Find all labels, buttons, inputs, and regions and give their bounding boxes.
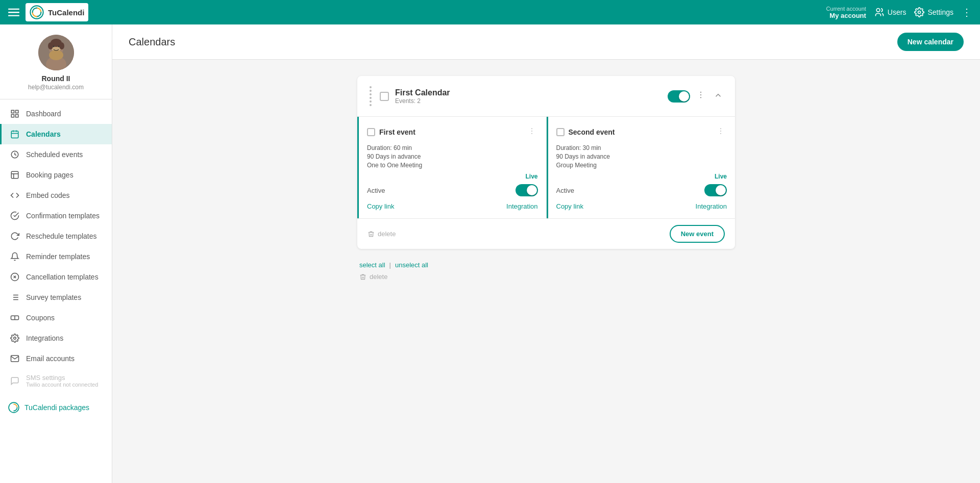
calendar-name: First Calendar — [395, 88, 450, 97]
event-0-toggle[interactable] — [516, 184, 538, 196]
calendar-delete-label: delete — [378, 230, 396, 238]
sidebar-item-embed-codes[interactable]: Embed codes — [0, 185, 112, 206]
svg-rect-25 — [11, 171, 18, 179]
svg-point-15 — [58, 46, 59, 47]
new-event-button[interactable]: New event — [670, 225, 725, 243]
sms-label: SMS settings — [26, 374, 98, 382]
event-0-live-badge: Live — [525, 173, 537, 180]
grid-icon — [10, 109, 20, 119]
sidebar-item-survey-templates[interactable]: Survey templates — [0, 287, 112, 308]
event-1-active-label: Active — [556, 187, 574, 194]
svg-point-10 — [49, 50, 63, 60]
sidebar-label-dashboard: Dashboard — [26, 110, 61, 118]
calendar-more-button[interactable] — [694, 88, 707, 104]
sidebar-label-reschedule-templates: Reschedule templates — [26, 232, 97, 240]
bell-icon — [10, 251, 20, 262]
sidebar-item-reschedule-templates[interactable]: Reschedule templates — [0, 226, 112, 246]
account-info: Current account My account — [826, 6, 866, 19]
sms-sublabel: Twilio account not connected — [26, 382, 98, 388]
event-0-advance: 90 Days in advance — [367, 153, 538, 160]
sidebar-item-dashboard[interactable]: Dashboard — [0, 104, 112, 124]
svg-rect-18 — [11, 115, 14, 117]
svg-point-4 — [876, 9, 880, 12]
users-button[interactable]: Users — [874, 7, 906, 17]
event-0-checkbox[interactable] — [367, 128, 375, 136]
event-1-integration-link[interactable]: Integration — [696, 202, 727, 210]
event-1-header: Second event — [556, 125, 727, 139]
settings-button[interactable]: Settings — [914, 7, 953, 17]
calendar-collapse-button[interactable] — [712, 89, 725, 104]
avatar — [38, 35, 74, 70]
svg-point-45 — [531, 133, 532, 134]
sidebar-item-cancellation-templates[interactable]: Cancellation templates — [0, 267, 112, 287]
separator: | — [389, 261, 391, 269]
drag-handle[interactable] — [368, 84, 374, 108]
sidebar-item-booking-pages[interactable]: Booking pages — [0, 165, 112, 185]
ticket-icon — [10, 313, 20, 323]
svg-point-47 — [720, 131, 721, 132]
select-all-link[interactable]: select all — [359, 261, 385, 269]
svg-rect-2 — [8, 15, 19, 16]
event-0-status: Live — [367, 173, 538, 180]
sidebar-item-reminder-templates[interactable]: Reminder templates — [0, 246, 112, 267]
mail-icon — [10, 353, 20, 364]
sidebar-item-tucalendi-packages[interactable]: TuCalendi packages — [0, 397, 112, 418]
calendar-delete-button[interactable]: delete — [368, 230, 396, 238]
event-0-duration: Duration: 60 min — [367, 144, 538, 151]
clock-icon — [10, 149, 20, 160]
sidebar-label-cancellation-templates: Cancellation templates — [26, 273, 99, 281]
svg-rect-1 — [8, 12, 19, 13]
sidebar-item-integrations[interactable]: Integrations — [0, 328, 112, 348]
event-1-toggle[interactable] — [704, 184, 727, 196]
sidebar-item-email-accounts[interactable]: Email accounts — [0, 348, 112, 369]
event-0-more-button[interactable] — [526, 125, 538, 139]
event-1-copy-link[interactable]: Copy link — [556, 202, 583, 210]
event-1-toggle-thumb — [716, 185, 726, 195]
profile-name: Round II — [42, 74, 70, 83]
sidebar-label-coupons: Coupons — [26, 314, 55, 322]
event-card-1: Second event Duration: 30 min 90 Days in… — [547, 117, 736, 218]
x-circle-icon — [10, 272, 20, 282]
event-1-live-badge: Live — [715, 173, 727, 180]
topbar-more-button[interactable]: ⋮ — [962, 6, 972, 18]
calendar-toggle[interactable] — [668, 90, 690, 103]
tucalendi-packages-icon — [8, 402, 19, 413]
code-icon — [10, 190, 20, 200]
event-0-header: First event — [367, 125, 538, 139]
event-1-duration: Duration: 30 min — [556, 144, 727, 151]
calendar-actions — [668, 88, 725, 104]
event-0-copy-link[interactable]: Copy link — [367, 202, 394, 210]
event-1-more-button[interactable] — [715, 125, 727, 139]
event-card-0: First event Duration: 60 min 90 Days in … — [357, 117, 547, 218]
menu-button[interactable] — [8, 7, 19, 18]
sidebar-nav: Dashboard Calendars Scheduled events — [0, 99, 112, 397]
sidebar-label-embed-codes: Embed codes — [26, 191, 70, 199]
sidebar-item-confirmation-templates[interactable]: Confirmation templates — [0, 206, 112, 226]
tucalendi-packages-label: TuCalendi packages — [24, 403, 89, 412]
unselect-all-link[interactable]: unselect all — [395, 261, 428, 269]
trash-bottom-icon — [359, 273, 366, 281]
topbar-right: Current account My account Users Setting… — [826, 6, 972, 19]
refresh-icon — [10, 231, 20, 241]
sidebar-label-scheduled-events: Scheduled events — [26, 150, 83, 159]
sidebar-item-calendars[interactable]: Calendars — [0, 124, 112, 144]
svg-rect-20 — [11, 131, 18, 138]
event-1-links: Copy link Integration — [556, 202, 727, 210]
sidebar-item-coupons[interactable]: Coupons — [0, 308, 112, 328]
svg-point-41 — [700, 94, 701, 95]
account-name: My account — [826, 12, 866, 19]
sms-icon — [10, 376, 20, 386]
event-1-advance: 90 Days in advance — [556, 153, 727, 160]
new-calendar-button[interactable]: New calendar — [897, 33, 964, 51]
logo-text: TuCalendi — [48, 8, 84, 17]
svg-rect-16 — [11, 110, 14, 113]
book-icon — [10, 170, 20, 180]
calendar-card: First Calendar Events: 2 — [357, 76, 735, 249]
sidebar-label-survey-templates: Survey templates — [26, 293, 81, 301]
event-0-integration-link[interactable]: Integration — [506, 202, 537, 210]
sidebar: Round II help@tucalendi.com Dashboard — [0, 0, 112, 483]
content-area: First Calendar Events: 2 — [112, 60, 980, 297]
sidebar-item-scheduled-events[interactable]: Scheduled events — [0, 144, 112, 165]
event-1-checkbox[interactable] — [556, 128, 565, 136]
calendar-checkbox[interactable] — [380, 92, 389, 101]
